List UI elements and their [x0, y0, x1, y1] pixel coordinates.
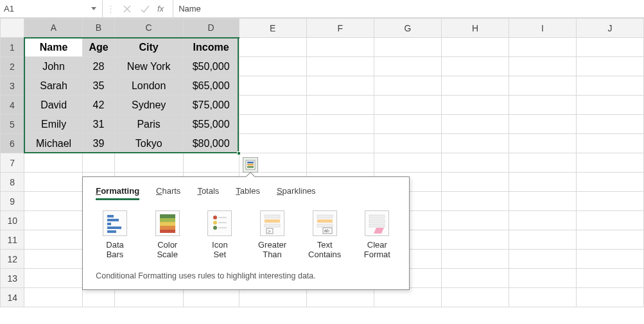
column-header-H[interactable]: H — [441, 19, 509, 38]
cell-A10[interactable] — [24, 211, 83, 230]
cell-D6[interactable]: $80,000 — [183, 134, 239, 153]
row-header-10[interactable]: 10 — [1, 211, 24, 230]
cell-H10[interactable] — [441, 211, 509, 230]
cell-A11[interactable] — [24, 230, 83, 250]
row-header-14[interactable]: 14 — [1, 288, 24, 307]
cell-E14[interactable] — [239, 288, 306, 307]
cell-C7[interactable] — [114, 153, 183, 173]
row-header-9[interactable]: 9 — [1, 192, 24, 211]
cell-G14[interactable] — [374, 288, 441, 307]
qa-tab-sparklines[interactable]: Sparklines — [277, 186, 316, 200]
cell-J9[interactable] — [576, 192, 643, 211]
row-header-4[interactable]: 4 — [1, 96, 24, 115]
name-box[interactable]: A1 — [0, 0, 103, 17]
qa-tab-formatting[interactable]: Formatting — [96, 186, 139, 200]
cell-J6[interactable] — [576, 134, 643, 153]
cell-A3[interactable]: Sarah — [24, 76, 83, 96]
cell-I14[interactable] — [509, 288, 577, 307]
cell-J4[interactable] — [576, 96, 643, 115]
cell-E2[interactable] — [239, 57, 306, 76]
row-header-7[interactable]: 7 — [1, 153, 24, 173]
row-header-1[interactable]: 1 — [1, 38, 24, 57]
cell-H9[interactable] — [441, 192, 509, 211]
cell-F7[interactable] — [306, 153, 374, 173]
cell-H7[interactable] — [441, 153, 509, 173]
cell-G3[interactable] — [374, 76, 441, 96]
cell-A8[interactable] — [24, 173, 83, 192]
row-header-3[interactable]: 3 — [1, 76, 24, 96]
column-header-D[interactable]: D — [183, 19, 239, 38]
column-header-E[interactable]: E — [239, 19, 306, 38]
cell-J10[interactable] — [576, 211, 643, 230]
cell-H3[interactable] — [441, 76, 509, 96]
cell-C5[interactable]: Paris — [114, 115, 183, 134]
cell-J1[interactable] — [576, 38, 643, 57]
qa-tab-charts[interactable]: Charts — [156, 186, 180, 200]
qa-option-color-scale[interactable]: ColorScale — [148, 210, 187, 260]
cell-F14[interactable] — [306, 288, 374, 307]
cell-B2[interactable]: 28 — [83, 57, 114, 76]
select-all-corner[interactable] — [1, 19, 24, 38]
cell-J11[interactable] — [576, 230, 643, 250]
cell-G5[interactable] — [374, 115, 441, 134]
fill-handle[interactable] — [237, 151, 241, 155]
row-header-2[interactable]: 2 — [1, 57, 24, 76]
cell-G1[interactable] — [374, 38, 441, 57]
cell-J7[interactable] — [576, 153, 643, 173]
cell-B3[interactable]: 35 — [83, 76, 114, 96]
row-header-12[interactable]: 12 — [1, 250, 24, 269]
cell-I9[interactable] — [509, 192, 577, 211]
cell-I12[interactable] — [509, 250, 577, 269]
cell-A5[interactable]: Emily — [24, 115, 83, 134]
cell-I7[interactable] — [509, 153, 577, 173]
cell-A2[interactable]: John — [24, 57, 83, 76]
cell-C1[interactable]: City — [114, 38, 183, 57]
cell-J14[interactable] — [576, 288, 643, 307]
cell-F6[interactable] — [306, 134, 374, 153]
cell-I4[interactable] — [509, 96, 577, 115]
cell-B7[interactable] — [83, 153, 114, 173]
cell-H6[interactable] — [441, 134, 509, 153]
cell-J8[interactable] — [576, 173, 643, 192]
cell-G4[interactable] — [374, 96, 441, 115]
cell-F2[interactable] — [306, 57, 374, 76]
cell-J3[interactable] — [576, 76, 643, 96]
fx-label[interactable]: fx — [157, 4, 169, 13]
cell-A4[interactable]: David — [24, 96, 83, 115]
quick-analysis-button[interactable] — [243, 157, 258, 173]
cell-B1[interactable]: Age — [83, 38, 114, 57]
row-header-5[interactable]: 5 — [1, 115, 24, 134]
qa-tab-tables[interactable]: Tables — [236, 186, 260, 200]
cell-E6[interactable] — [239, 134, 306, 153]
cell-D5[interactable]: $55,000 — [183, 115, 239, 134]
cell-B4[interactable]: 42 — [83, 96, 114, 115]
column-header-F[interactable]: F — [306, 19, 374, 38]
cell-G6[interactable] — [374, 134, 441, 153]
cell-D7[interactable] — [183, 153, 239, 173]
row-header-11[interactable]: 11 — [1, 230, 24, 250]
cell-D1[interactable]: Income — [183, 38, 239, 57]
column-header-B[interactable]: B — [83, 19, 114, 38]
cell-H11[interactable] — [441, 230, 509, 250]
cell-H8[interactable] — [441, 173, 509, 192]
row-header-13[interactable]: 13 — [1, 269, 24, 288]
cell-I11[interactable] — [509, 230, 577, 250]
cell-A7[interactable] — [24, 153, 83, 173]
cell-J5[interactable] — [576, 115, 643, 134]
cell-I13[interactable] — [509, 269, 577, 288]
cell-H2[interactable] — [441, 57, 509, 76]
cell-D4[interactable]: $75,000 — [183, 96, 239, 115]
cell-F1[interactable] — [306, 38, 374, 57]
qa-option-data-bars[interactable]: DataBars — [96, 210, 134, 260]
cell-F5[interactable] — [306, 115, 374, 134]
cell-B6[interactable]: 39 — [83, 134, 114, 153]
cell-H5[interactable] — [441, 115, 509, 134]
qa-option-greater-than[interactable]: >GreaterThan — [253, 210, 292, 260]
cell-H4[interactable] — [441, 96, 509, 115]
cell-A6[interactable]: Michael — [24, 134, 83, 153]
cell-H1[interactable] — [441, 38, 509, 57]
column-header-A[interactable]: A — [24, 19, 83, 38]
cell-C2[interactable]: New York — [114, 57, 183, 76]
cell-H13[interactable] — [441, 269, 509, 288]
cell-B5[interactable]: 31 — [83, 115, 114, 134]
